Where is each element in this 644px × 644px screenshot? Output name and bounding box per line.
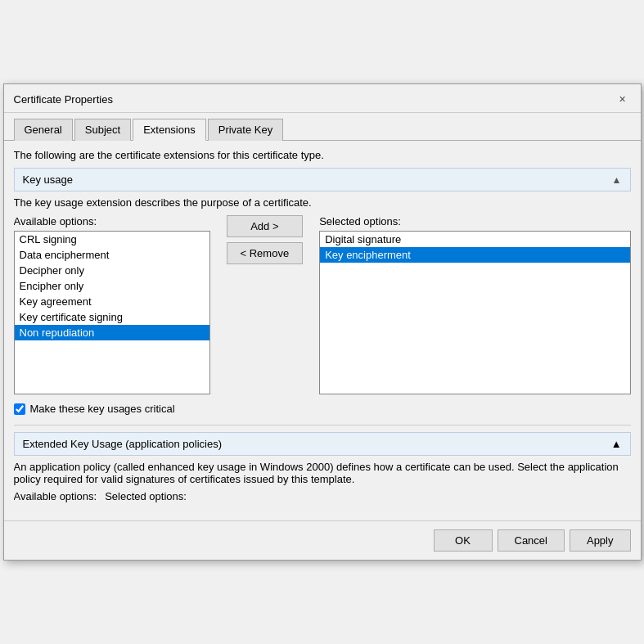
ext-available-col: Available options: — [14, 490, 97, 504]
selected-options-label: Selected options: — [319, 215, 630, 227]
list-item[interactable]: Key agreement — [15, 294, 209, 309]
bottom-bar: OK Cancel Apply — [4, 520, 641, 560]
selected-options-col: Selected options: Digital signature Key … — [319, 215, 630, 394]
extended-key-usage-title: Extended Key Usage (application policies… — [23, 438, 223, 450]
available-options-listbox[interactable]: CRL signing Data encipherment Decipher o… — [14, 231, 210, 394]
list-item[interactable]: CRL signing — [15, 232, 209, 247]
list-item-selected[interactable]: Non repudiation — [15, 325, 209, 340]
available-options-col: Available options: CRL signing Data enci… — [14, 215, 210, 394]
extended-key-usage-chevron-icon: ▲ — [611, 438, 622, 450]
critical-checkbox-label: Make these key usages critical — [30, 403, 175, 415]
title-bar: Certificate Properties × — [4, 84, 641, 113]
intro-text: The following are the certificate extens… — [14, 149, 631, 161]
ok-button[interactable]: OK — [434, 529, 493, 552]
ext-selected-col: Selected options: — [105, 490, 630, 504]
dialog-title: Certificate Properties — [14, 93, 113, 106]
extended-key-usage-description: An application policy (called enhanced k… — [14, 461, 631, 485]
ext-selected-label: Selected options: — [105, 490, 630, 502]
section-divider — [14, 425, 631, 426]
list-item[interactable]: Digital signature — [320, 232, 629, 247]
extended-key-usage-header[interactable]: Extended Key Usage (application policies… — [14, 432, 631, 456]
add-remove-col: Add > < Remove — [218, 215, 312, 264]
remove-button[interactable]: < Remove — [227, 242, 304, 264]
tab-subject[interactable]: Subject — [74, 119, 131, 141]
key-usage-title: Key usage — [23, 173, 73, 186]
scroll-area[interactable]: The following are the certificate extens… — [14, 149, 631, 512]
list-item-selected[interactable]: Key encipherment — [320, 247, 629, 263]
key-usage-chevron-icon: ▲ — [612, 174, 622, 186]
tab-private-key[interactable]: Private Key — [208, 119, 283, 141]
cancel-button[interactable]: Cancel — [498, 529, 565, 552]
list-item[interactable]: Encipher only — [15, 278, 209, 294]
tab-content: The following are the certificate extens… — [4, 141, 641, 520]
apply-button[interactable]: Apply — [570, 529, 631, 552]
certificate-properties-dialog: Certificate Properties × General Subject… — [3, 83, 642, 561]
close-button[interactable]: × — [615, 91, 631, 107]
extended-key-usage-options-row: Available options: Selected options: — [14, 490, 631, 504]
list-item[interactable]: Key certificate signing — [15, 309, 209, 325]
selected-options-listbox[interactable]: Digital signature Key encipherment — [319, 231, 630, 394]
available-options-label: Available options: — [14, 215, 210, 227]
key-usage-description: The key usage extension describes the pu… — [14, 196, 631, 209]
key-usage-options-row: Available options: CRL signing Data enci… — [14, 215, 631, 394]
tab-general[interactable]: General — [14, 119, 73, 141]
key-usage-header[interactable]: Key usage ▲ — [14, 168, 631, 191]
critical-checkbox-row: Make these key usages critical — [14, 403, 631, 415]
critical-checkbox[interactable] — [14, 403, 25, 415]
add-button[interactable]: Add > — [227, 215, 304, 237]
ext-available-label: Available options: — [14, 490, 97, 502]
list-item[interactable]: Data encipherment — [15, 247, 209, 263]
tab-bar: General Subject Extensions Private Key — [4, 113, 641, 141]
list-item[interactable]: Decipher only — [15, 263, 209, 278]
tab-extensions[interactable]: Extensions — [133, 119, 206, 141]
